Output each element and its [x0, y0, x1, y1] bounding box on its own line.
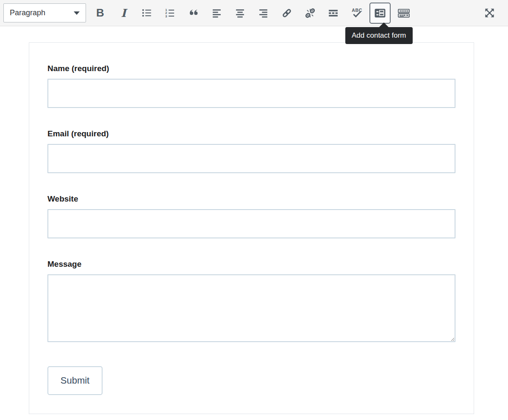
- link-icon: [281, 8, 292, 19]
- keyboard-icon: [398, 8, 410, 19]
- spellcheck-button[interactable]: ABC: [345, 3, 368, 24]
- tooltip-text: Add contact form: [352, 31, 406, 39]
- svg-text:3: 3: [165, 14, 167, 18]
- keyboard-shortcuts-button[interactable]: [392, 3, 415, 24]
- editor-content-area[interactable]: Name (required) Email (required) Website…: [29, 42, 474, 414]
- spellcheck-abc-icon: ABC: [351, 7, 363, 19]
- align-right-icon: [258, 8, 269, 18]
- align-right-button[interactable]: [252, 3, 275, 24]
- align-left-button[interactable]: [205, 3, 228, 24]
- email-field-label: Email (required): [47, 129, 455, 138]
- message-field-label: Message: [47, 259, 455, 269]
- align-center-button[interactable]: [228, 3, 252, 24]
- tooltip-arrow: [379, 22, 389, 27]
- website-field-label: Website: [47, 194, 455, 204]
- align-left-icon: [211, 8, 222, 18]
- website-field[interactable]: [47, 209, 455, 238]
- bulleted-list-button[interactable]: [135, 3, 158, 24]
- add-contact-form-tooltip: Add contact form: [345, 27, 413, 44]
- numbered-list-button[interactable]: 1 2 3: [158, 3, 182, 24]
- more-tag-icon: [328, 8, 339, 18]
- name-field-label: Name (required): [47, 64, 455, 73]
- paragraph-format-dropdown[interactable]: Paragraph: [3, 3, 86, 22]
- bold-icon: B: [96, 6, 104, 19]
- italic-icon: I: [121, 7, 126, 19]
- name-field[interactable]: [47, 79, 455, 108]
- chevron-down-icon: [74, 11, 80, 15]
- numbered-list-icon: 1 2 3: [165, 8, 175, 18]
- email-field[interactable]: [47, 144, 455, 173]
- bold-button[interactable]: B: [89, 3, 112, 24]
- message-field[interactable]: [47, 274, 455, 342]
- blockquote-button[interactable]: [182, 3, 205, 24]
- remove-link-button[interactable]: [298, 3, 322, 24]
- fullscreen-icon: [484, 7, 495, 19]
- editor-toolbar: Paragraph B I 1 2 3: [0, 0, 508, 26]
- format-dropdown-value: Paragraph: [10, 8, 45, 17]
- unlink-icon: [305, 8, 316, 19]
- italic-button[interactable]: I: [112, 3, 135, 24]
- insert-link-button[interactable]: [275, 3, 298, 24]
- submit-button[interactable]: Submit: [47, 366, 103, 395]
- align-center-icon: [235, 8, 245, 18]
- blockquote-icon: [188, 7, 199, 19]
- add-contact-form-button[interactable]: [369, 3, 391, 24]
- fullscreen-button[interactable]: [478, 3, 501, 24]
- bulleted-list-icon: [142, 8, 152, 18]
- contact-form-icon: [375, 8, 386, 19]
- insert-more-tag-button[interactable]: [322, 3, 345, 24]
